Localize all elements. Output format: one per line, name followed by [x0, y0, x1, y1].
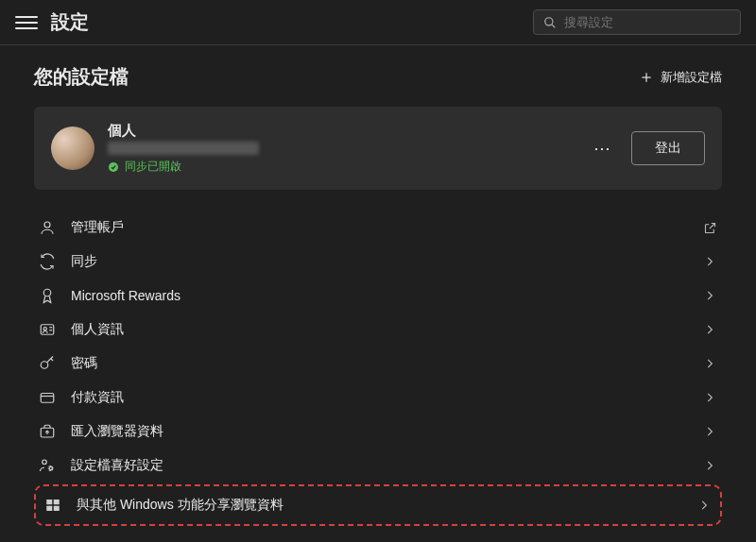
chevron-right-icon [701, 253, 718, 270]
menu-item-label: 付款資訊 [71, 389, 687, 406]
menu-item-label: 與其他 Windows 功能分享瀏覽資料 [77, 497, 681, 514]
menu-item-share-windows[interactable]: 與其他 Windows 功能分享瀏覽資料 [40, 488, 716, 522]
chevron-right-icon [701, 389, 718, 406]
profile-prefs-icon [38, 456, 57, 475]
svg-point-6 [43, 289, 51, 296]
more-options-button[interactable]: ⋯ [588, 133, 618, 163]
menu-item-payment[interactable]: 付款資訊 [34, 381, 722, 415]
chevron-right-icon [701, 321, 718, 338]
menu-item-label: 密碼 [71, 355, 687, 372]
menu-item-personal-info[interactable]: 個人資訊 [34, 313, 722, 347]
import-icon [38, 422, 57, 441]
manage-account-icon [38, 218, 57, 237]
share-windows-icon [43, 496, 62, 515]
menu-item-label: 匯入瀏覽器資料 [71, 423, 687, 440]
profile-email-redacted [108, 142, 259, 155]
menu-item-label: 個人資訊 [71, 321, 687, 338]
personal-info-icon [38, 320, 57, 339]
sync-icon [38, 252, 57, 271]
menu-item-sync[interactable]: 同步 [34, 245, 722, 279]
search-input[interactable] [564, 15, 730, 29]
svg-point-4 [109, 162, 118, 172]
svg-point-5 [44, 222, 50, 228]
plus-icon [640, 71, 653, 84]
passwords-icon [38, 354, 57, 373]
menu-button[interactable] [15, 11, 38, 34]
menu-item-rewards[interactable]: Microsoft Rewards [34, 279, 722, 313]
chevron-right-icon [696, 497, 713, 514]
chevron-right-icon [701, 287, 718, 304]
menu-item-label: 同步 [71, 253, 687, 270]
chevron-right-icon [701, 457, 718, 474]
svg-rect-12 [41, 394, 54, 403]
profile-card: 個人 同步已開啟 ⋯ 登出 [34, 107, 722, 190]
svg-rect-20 [54, 506, 60, 511]
svg-point-8 [43, 328, 46, 330]
svg-line-1 [552, 25, 555, 27]
chevron-right-icon [701, 423, 718, 440]
menu-item-label: 管理帳戶 [71, 219, 687, 236]
chevron-right-icon [701, 355, 718, 372]
checkmark-icon [108, 161, 119, 173]
page-title: 設定 [51, 9, 533, 35]
svg-rect-17 [46, 500, 52, 504]
add-profile-label: 新增設定檔 [661, 69, 722, 86]
sync-status: 同步已開啟 [108, 159, 588, 175]
search-box[interactable] [533, 9, 741, 35]
menu-item-label: 設定檔喜好設定 [71, 457, 687, 474]
profile-name: 個人 [108, 122, 588, 140]
svg-rect-19 [46, 506, 52, 511]
menu-item-passwords[interactable]: 密碼 [34, 347, 722, 381]
menu-item-profile-prefs[interactable]: 設定檔喜好設定 [34, 449, 722, 483]
svg-point-16 [49, 466, 52, 469]
add-profile-button[interactable]: 新增設定檔 [640, 69, 722, 86]
menu-item-import[interactable]: 匯入瀏覽器資料 [34, 415, 722, 449]
menu-item-manage-account[interactable]: 管理帳戶 [34, 211, 722, 245]
rewards-icon [38, 286, 57, 305]
svg-point-0 [545, 17, 553, 25]
avatar [51, 127, 94, 170]
menu-item-label: Microsoft Rewards [71, 288, 687, 303]
signout-button[interactable]: 登出 [631, 131, 705, 165]
highlight-annotation: 與其他 Windows 功能分享瀏覽資料 [34, 484, 722, 526]
svg-point-15 [43, 460, 47, 465]
svg-rect-18 [54, 500, 60, 504]
payment-icon [38, 388, 57, 407]
search-icon [543, 16, 557, 29]
external-link-icon [701, 219, 718, 236]
profiles-heading: 您的設定檔 [34, 64, 640, 90]
